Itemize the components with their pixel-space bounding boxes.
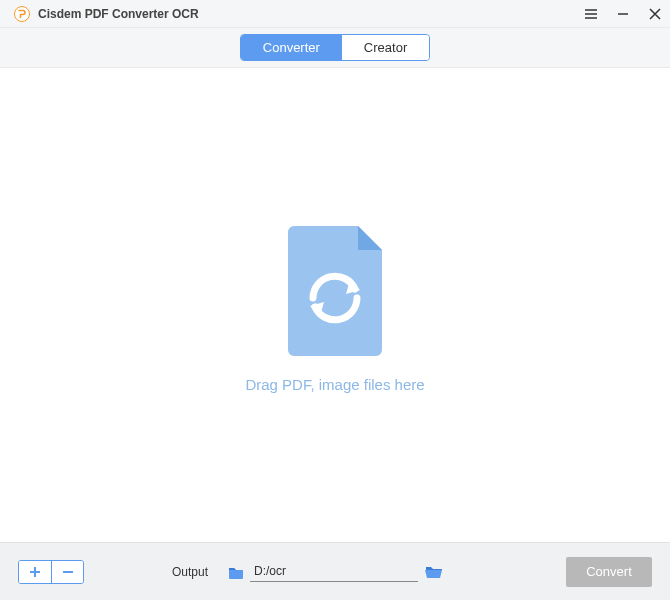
output-path-input[interactable] — [250, 562, 418, 582]
app-title: Cisdem PDF Converter OCR — [38, 7, 584, 21]
add-file-button[interactable] — [19, 561, 51, 583]
minimize-icon[interactable] — [616, 7, 630, 21]
add-remove-group — [18, 560, 84, 584]
output-label: Output — [172, 565, 208, 579]
folder-icon — [228, 565, 244, 579]
browse-folder-icon[interactable] — [424, 564, 444, 580]
drop-area[interactable]: Drag PDF, image files here — [0, 68, 670, 542]
tab-group: Converter Creator — [240, 34, 430, 61]
remove-file-button[interactable] — [51, 561, 83, 583]
drop-text: Drag PDF, image files here — [245, 376, 424, 393]
tab-creator[interactable]: Creator — [342, 35, 429, 60]
close-icon[interactable] — [648, 7, 662, 21]
app-logo-icon — [14, 6, 30, 22]
convert-button[interactable]: Convert — [566, 557, 652, 587]
tab-bar: Converter Creator — [0, 28, 670, 68]
output-group — [228, 562, 444, 582]
menu-icon[interactable] — [584, 7, 598, 21]
titlebar: Cisdem PDF Converter OCR — [0, 0, 670, 28]
window-controls — [584, 7, 662, 21]
document-refresh-icon — [280, 218, 390, 358]
tab-converter[interactable]: Converter — [241, 35, 342, 60]
bottom-bar: Output Convert — [0, 542, 670, 600]
